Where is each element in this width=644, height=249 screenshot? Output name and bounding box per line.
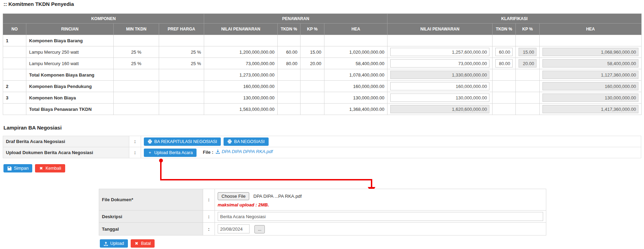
cell-empty — [159, 92, 204, 104]
simpan-label: Simpan — [14, 166, 28, 171]
cell-no — [3, 69, 26, 81]
ba-negosiasi-label: BA NEGOSIASI — [234, 139, 264, 144]
cell-min-tkdn: 25 % — [114, 46, 159, 58]
cell-empty — [493, 104, 516, 115]
cell-empty — [301, 81, 324, 92]
table-row-lampu-mercury-160: Lampu Mercury 160 watt 25 % 25 % 73,000,… — [3, 58, 642, 69]
uploaded-file-link[interactable]: DPA DIPA DPPA RKA.pdf — [216, 149, 273, 154]
col-header-pen-tkdn: TKDN % — [278, 24, 301, 35]
cell-empty — [516, 92, 540, 104]
cell-empty — [114, 92, 159, 104]
form-row-tanggal: Tanggal : ... — [99, 223, 546, 235]
tanggal-input[interactable] — [218, 224, 250, 233]
cell-pen-hea: 1,368,400,000.00 — [324, 104, 388, 115]
cell-rincian: Komponen Non Biaya — [26, 92, 114, 104]
col-header-pen-kp: KP % — [301, 24, 324, 35]
kembali-button[interactable]: ✖ Kembali — [35, 164, 65, 172]
klarifikasi-nilai-input — [390, 105, 489, 113]
cell-empty — [114, 104, 159, 115]
klarifikasi-hea-input — [542, 105, 638, 113]
col-header-klar-kp: KP % — [516, 24, 540, 35]
table-row-upload-ba: Upload Dokumen Berita Acara Negosiasi : … — [3, 147, 641, 158]
datepicker-button[interactable]: ... — [254, 225, 265, 233]
cell-pen-tkdn: 60.00 — [278, 46, 301, 58]
upload-button[interactable]: Upload — [100, 239, 128, 248]
printer-icon — [227, 139, 232, 144]
ba-negosiasi-button[interactable]: BA NEGOSIASI — [224, 137, 268, 146]
lampiran-section-title: Lampiran BA Negosiasi — [3, 125, 62, 131]
group-header-klarifikasi: KLARIFIKASI — [388, 14, 642, 24]
file-dokumen-label: File Dokumen* — [99, 189, 203, 211]
cell-no — [3, 58, 26, 69]
deskripsi-input[interactable] — [218, 212, 543, 221]
group-header-komponen: KOMPONEN — [3, 14, 204, 24]
upload-berita-acara-button[interactable]: + Upload Berita Acara — [144, 149, 197, 157]
cell-no: 3 — [3, 92, 26, 104]
close-icon: ✖ — [39, 166, 43, 171]
ba-rekapitulasi-negosiasi-button[interactable]: BA REKAPITULASI NEGOSIASI — [144, 137, 221, 146]
cell-pen-hea: 1,020,000,000.00 — [324, 46, 388, 58]
table-row-komponen-biaya-pendukung: 2 Komponen Biaya Pendukung 160,000,000.0… — [3, 81, 642, 92]
table-row-total-penawaran-tkdn: Total Biaya Penawaran TKDN 1,563,000,000… — [3, 104, 642, 115]
klarifikasi-tkdn-input[interactable] — [495, 48, 513, 56]
cell-no — [3, 46, 26, 58]
choose-file-button[interactable]: Choose File — [218, 192, 249, 200]
cell-empty — [114, 69, 159, 81]
cell-empty — [516, 35, 540, 46]
kembali-label: Kembali — [45, 166, 61, 171]
cell-empty — [493, 35, 516, 46]
cell-empty — [493, 69, 516, 81]
deskripsi-label: Deskripsi — [99, 211, 203, 223]
page-title: :: Komitmen TKDN Penyedia — [3, 1, 74, 7]
file-dokumen-content: Choose File DPA DIPA ...PA RKA.pdf maksi… — [215, 189, 546, 211]
klarifikasi-hea-input — [542, 82, 638, 90]
cell-empty — [278, 104, 301, 115]
flow-arrow-segment — [160, 161, 162, 180]
col-header-no: NO — [3, 24, 26, 35]
tanggal-label: Tanggal — [99, 223, 203, 235]
col-header-pref-harga: PREF HARGA — [159, 24, 204, 35]
col-header-klar-tkdn: TKDN % — [493, 24, 516, 35]
col-header-min-tkdn: MIN TKDN — [114, 24, 159, 35]
cell-empty — [324, 35, 388, 46]
simpan-button[interactable]: Simpan — [3, 164, 32, 172]
flow-arrow-segment — [371, 179, 372, 188]
chosen-file-name: DPA DIPA ...PA RKA.pdf — [253, 194, 302, 199]
cell-empty — [159, 35, 204, 46]
cell-rincian: Total Biaya Penawaran TKDN — [26, 104, 114, 115]
upload-berita-acara-label: Upload Berita Acara — [154, 150, 193, 155]
klarifikasi-tkdn-input[interactable] — [495, 59, 513, 68]
batal-label: Batal — [141, 241, 151, 246]
klarifikasi-nilai-input[interactable] — [390, 59, 489, 68]
cell-empty — [301, 92, 324, 104]
upload-label: Upload — [110, 241, 124, 246]
file-label: File : — [203, 150, 213, 155]
batal-button[interactable]: ✖ Batal — [131, 239, 155, 248]
upload-icon — [104, 241, 108, 246]
cell-empty — [159, 69, 204, 81]
col-header-pen-hea: HEA — [324, 24, 388, 35]
cell-rincian: Komponen Biaya Pendukung — [26, 81, 114, 92]
draf-ba-content: BA REKAPITULASI NEGOSIASI BA NEGOSIASI — [141, 136, 641, 147]
cell-pen-nilai: 73,000,000.00 — [204, 58, 278, 69]
klarifikasi-nilai-input — [390, 71, 489, 79]
cell-pref-harga: 25 % — [159, 46, 204, 58]
klarifikasi-nilai-input[interactable] — [390, 82, 489, 90]
download-icon — [216, 149, 220, 154]
group-header-penawaran: PENAWARAN — [204, 14, 388, 24]
upload-form-actions: Upload ✖ Batal — [100, 239, 155, 248]
col-header-klar-nilai: NILAI PENAWARAN — [388, 24, 493, 35]
cell-empty — [159, 81, 204, 92]
cell-empty — [114, 35, 159, 46]
cell-no: 1 — [3, 35, 26, 46]
cell-pen-nilai: 130,000,000.00 — [204, 92, 278, 104]
tanggal-content: ... — [215, 223, 546, 235]
cell-no: 2 — [3, 81, 26, 92]
cell-pen-tkdn: 80.00 — [278, 58, 301, 69]
save-icon — [7, 166, 12, 171]
cell-rincian: Komponen Biaya Barang — [26, 35, 114, 46]
main-actions: Simpan ✖ Kembali — [3, 164, 65, 172]
klarifikasi-nilai-input[interactable] — [390, 94, 489, 102]
klarifikasi-nilai-input[interactable] — [390, 48, 489, 56]
colon: : — [203, 223, 215, 235]
